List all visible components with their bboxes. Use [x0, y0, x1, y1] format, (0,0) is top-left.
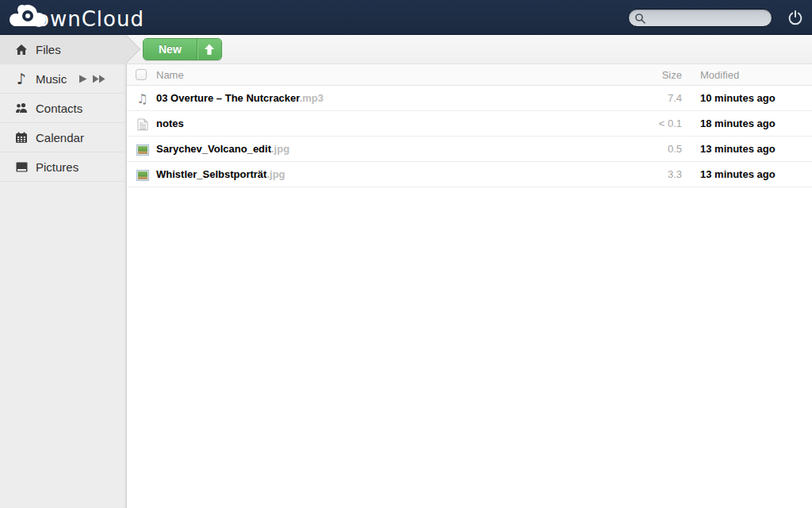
search-icon — [634, 13, 645, 24]
file-name[interactable]: 03 Overture – The Nutcracker.mp3 — [156, 92, 324, 104]
owncloud-logo: ownCloud — [6, 2, 144, 35]
sidebar-item-pictures[interactable]: Pictures — [0, 152, 126, 182]
sidebar-item-label: Calendar — [36, 131, 84, 144]
audio-file-icon: ♫ — [136, 92, 149, 106]
file-size: 0.5 — [668, 143, 682, 155]
music-note-icon: ♪ — [14, 71, 29, 87]
search-box[interactable] — [628, 9, 772, 27]
column-header-modified[interactable]: Modified — [700, 69, 739, 81]
file-size: 7.4 — [668, 92, 682, 104]
play-icon[interactable] — [78, 74, 88, 84]
main-content: New Name Size Modified ♫ 03 Overture – T… — [127, 35, 812, 508]
table-row[interactable]: ♫ 03 Overture – The Nutcracker.mp3 7.4 1… — [127, 86, 812, 111]
new-split-button: New — [143, 38, 222, 60]
sidebar-item-music[interactable]: ♪ Music — [0, 64, 126, 94]
calendar-icon — [14, 132, 29, 144]
sidebar-item-label: Files — [36, 43, 61, 56]
new-button[interactable]: New — [144, 39, 197, 60]
upload-button[interactable] — [197, 39, 221, 60]
file-size: < 0.1 — [659, 117, 682, 129]
file-modified: 10 minutes ago — [700, 92, 776, 104]
table-row[interactable]: notes < 0.1 18 minutes ago — [127, 111, 812, 137]
sidebar-item-label: Music — [36, 72, 67, 86]
cloud-logo-icon — [6, 2, 49, 35]
file-name[interactable]: Sarychev_Volcano_edit.jpg — [156, 143, 289, 155]
image-file-icon — [136, 143, 149, 156]
file-list: ♫ 03 Overture – The Nutcracker.mp3 7.4 1… — [127, 86, 812, 187]
table-row[interactable]: Whistler_Selbstporträt.jpg 3.3 13 minute… — [127, 162, 812, 187]
music-player-controls — [78, 74, 106, 84]
column-header-name[interactable]: Name — [156, 69, 184, 81]
contacts-icon — [14, 102, 29, 114]
sidebar-item-calendar[interactable]: Calendar — [0, 123, 126, 152]
select-all-checkbox[interactable] — [136, 69, 147, 80]
document-file-icon — [136, 117, 149, 131]
sidebar-item-contacts[interactable]: Contacts — [0, 94, 126, 123]
table-row[interactable]: Sarychev_Volcano_edit.jpg 0.5 13 minutes… — [127, 137, 812, 162]
sidebar-nav: Files ♪ Music Contacts — [0, 35, 127, 508]
file-name[interactable]: notes — [156, 117, 184, 129]
file-size: 3.3 — [668, 168, 682, 180]
logout-power-button[interactable] — [787, 10, 803, 25]
sidebar-item-label: Pictures — [36, 160, 79, 174]
search-input[interactable] — [649, 12, 760, 24]
home-icon — [14, 44, 29, 56]
file-extension: .jpg — [271, 143, 289, 155]
skip-forward-icon[interactable] — [92, 74, 106, 84]
file-modified: 18 minutes ago — [700, 117, 776, 129]
column-header-size[interactable]: Size — [662, 69, 682, 81]
pictures-icon — [14, 162, 29, 172]
sidebar-item-label: Contacts — [36, 102, 82, 115]
upload-arrow-icon — [204, 44, 215, 56]
top-header-bar: ownCloud — [0, 0, 812, 35]
sidebar-item-files[interactable]: Files — [0, 35, 126, 64]
file-modified: 13 minutes ago — [700, 168, 776, 180]
file-table-header: Name Size Modified — [127, 64, 812, 86]
file-modified: 13 minutes ago — [700, 143, 776, 155]
image-file-icon — [136, 168, 149, 182]
app-title: ownCloud — [36, 7, 144, 31]
file-controls-bar: New — [127, 35, 812, 64]
file-extension: .mp3 — [300, 92, 324, 104]
file-extension: .jpg — [266, 168, 285, 180]
file-name[interactable]: Whistler_Selbstporträt.jpg — [156, 168, 285, 180]
